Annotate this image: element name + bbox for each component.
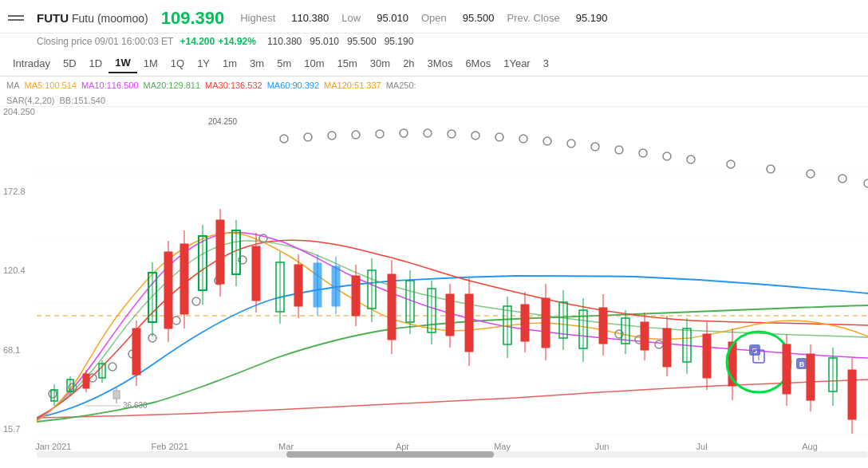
svg-rect-121: [783, 344, 791, 394]
ticker-symbol: FUTU: [37, 11, 69, 25]
svg-rect-61: [180, 244, 188, 314]
prev-close-val-sub: 95.190: [385, 36, 414, 47]
tab-1w[interactable]: 1W: [108, 53, 137, 73]
svg-point-17: [519, 135, 527, 143]
bb-indicator: BB:151.540: [60, 94, 106, 108]
svg-rect-53: [113, 391, 120, 399]
x-label-jul: Jul: [696, 442, 708, 451]
highest-label: Highest: [240, 12, 275, 24]
menu-icon[interactable]: [8, 7, 30, 29]
tab-1q[interactable]: 1Q: [164, 54, 191, 73]
svg-rect-97: [542, 298, 550, 348]
svg-point-15: [471, 132, 479, 140]
svg-point-11: [376, 130, 384, 138]
svg-rect-69: [252, 246, 260, 301]
tab-5d[interactable]: 5D: [57, 54, 83, 73]
change-pct: +14.92%: [218, 36, 256, 47]
highest-val-sub: 110.380: [267, 36, 302, 47]
svg-rect-55: [132, 328, 140, 375]
svg-text:36.630: 36.630: [123, 401, 148, 410]
open-value: 95.500: [463, 12, 495, 24]
x-label-mar: Mar: [278, 442, 294, 451]
prev-close-label: Prev. Close: [507, 12, 560, 24]
svg-rect-75: [314, 263, 322, 307]
svg-rect-129: [848, 370, 856, 419]
tab-1m[interactable]: 1m: [216, 54, 243, 73]
tab-1y[interactable]: 1Y: [191, 54, 216, 73]
svg-point-12: [400, 129, 408, 137]
closing-label: Closing price 09/01 16:00:03 ET: [37, 36, 173, 47]
low-val-sub: 95.010: [310, 36, 339, 47]
svg-point-19: [567, 140, 575, 147]
x-label-jan: Jan 2021: [35, 442, 71, 451]
svg-point-20: [591, 143, 599, 151]
x-label-may: May: [494, 442, 511, 451]
scrollbar-thumb[interactable]: [286, 451, 495, 458]
svg-rect-59: [164, 252, 172, 328]
svg-point-24: [687, 155, 695, 163]
indicators-bar: MA MA5:100.514 MA10:116.500 MA20:129.811…: [0, 77, 868, 107]
y-label-top: 204.250: [3, 107, 40, 116]
svg-point-13: [424, 129, 432, 137]
svg-point-16: [495, 133, 503, 141]
current-price: 109.390: [161, 8, 225, 29]
svg-point-29: [864, 179, 868, 187]
y-label-bottom: 15.7: [3, 424, 40, 434]
svg-point-9: [328, 132, 336, 140]
prev-close-value: 95.190: [576, 12, 608, 24]
highest-value: 110.380: [291, 12, 329, 24]
svg-point-36: [172, 317, 180, 324]
ma-label: MA: [6, 79, 20, 93]
chart-area[interactable]: 204.250 172.8 120.4 68.1 15.7: [0, 107, 868, 458]
tab-1year[interactable]: 1Year: [497, 54, 537, 73]
y-axis-labels: 204.250 172.8 120.4 68.1 15.7: [3, 107, 40, 434]
tab-1m[interactable]: 1M: [137, 54, 164, 73]
svg-rect-113: [703, 334, 711, 378]
svg-point-28: [838, 175, 846, 183]
svg-rect-109: [663, 328, 671, 367]
svg-point-26: [767, 165, 775, 173]
svg-point-7: [280, 135, 288, 143]
chart-scrollbar[interactable]: [37, 451, 868, 458]
tab-10m[interactable]: 10m: [298, 54, 330, 73]
svg-point-22: [639, 149, 647, 157]
tab-15m[interactable]: 15m: [331, 54, 364, 73]
tab-1d[interactable]: 1D: [83, 54, 109, 73]
sar-label: SAR(4,2,20): [6, 94, 55, 108]
svg-point-25: [727, 160, 735, 168]
tab-2h[interactable]: 2h: [397, 54, 420, 73]
tab-5m[interactable]: 5m: [270, 54, 298, 73]
x-label-aug: Aug: [802, 442, 818, 451]
x-label-feb: Feb 2021: [151, 442, 187, 451]
svg-rect-77: [332, 266, 340, 306]
timeframe-tabs: Intraday5D1D1W1M1Q1Y1m3m5m10m15m30m2h3Mo…: [0, 51, 868, 77]
svg-point-10: [352, 131, 360, 139]
svg-point-33: [108, 363, 116, 371]
svg-rect-95: [521, 305, 529, 341]
svg-rect-83: [388, 274, 396, 340]
tab-6mos[interactable]: 6Mos: [459, 54, 497, 73]
ma60-indicator: MA60:90.392: [267, 79, 319, 93]
svg-point-37: [192, 297, 200, 305]
tab-3mos[interactable]: 3Mos: [421, 54, 460, 73]
svg-point-14: [448, 130, 456, 138]
svg-rect-125: [807, 354, 815, 400]
svg-text:204.250: 204.250: [208, 117, 238, 126]
tab-3[interactable]: 3: [537, 54, 555, 73]
svg-rect-107: [641, 322, 649, 350]
svg-text:B: B: [799, 360, 805, 368]
company-name: Futu (moomoo): [72, 12, 148, 25]
low-value: 95.010: [377, 12, 408, 24]
price-chart: B B 36.630 204.250: [37, 107, 868, 435]
svg-point-23: [663, 152, 671, 160]
tab-intraday[interactable]: Intraday: [6, 54, 57, 73]
tab-3m[interactable]: 3m: [243, 54, 270, 73]
svg-rect-103: [599, 308, 607, 344]
price-metadata: Highest 110.380 Low 95.010 Open 95.500 P…: [240, 12, 607, 24]
svg-point-27: [807, 170, 815, 178]
ma10-indicator: MA10:116.500: [81, 79, 139, 93]
low-label: Low: [341, 12, 361, 24]
y-label-4: 68.1: [3, 345, 40, 355]
ma20-indicator: MA20:129.811: [144, 79, 201, 93]
tab-30m[interactable]: 30m: [364, 54, 397, 73]
